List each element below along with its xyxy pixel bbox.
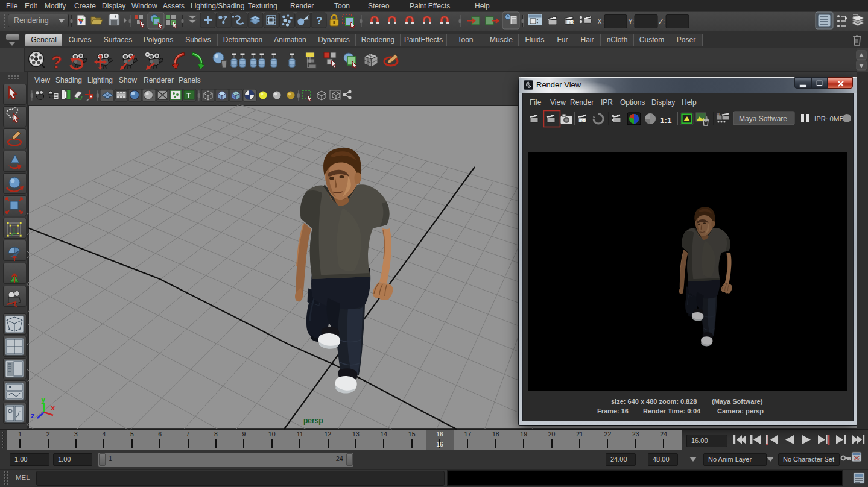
svg-text:x: x (51, 403, 55, 412)
svg-text:z: z (31, 411, 35, 420)
svg-text:persp: persp (303, 416, 323, 425)
svg-text:y: y (41, 395, 46, 404)
